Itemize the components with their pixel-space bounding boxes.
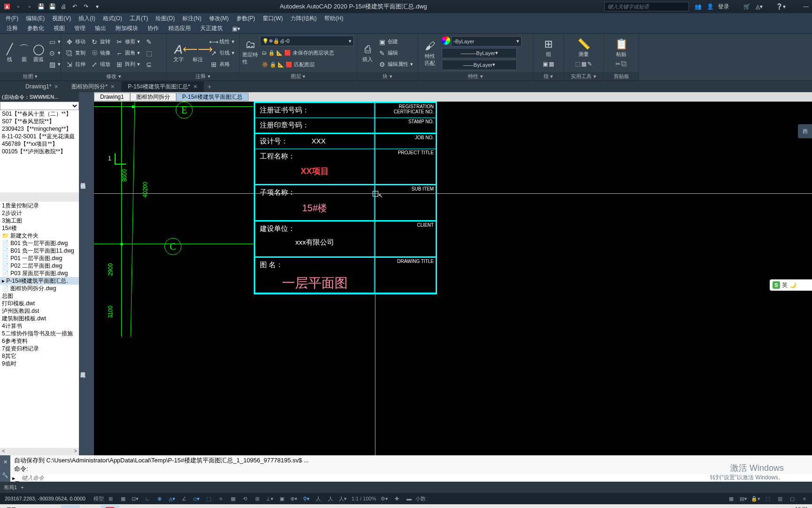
clock[interactable]: 16:31 2023/5/ (793, 506, 810, 508)
plot-icon[interactable]: 🖨 (58, 1, 69, 12)
mirror-button[interactable]: ⦾镜像 (89, 48, 112, 58)
viewcube[interactable]: 西 (798, 124, 812, 138)
paste-button[interactable]: 📋粘贴 (613, 36, 630, 59)
createblock-button[interactable]: ▣创建 (376, 37, 415, 47)
tab-play-icon[interactable]: ▣▾ (227, 24, 245, 33)
polar-icon[interactable]: ⊕ (154, 494, 165, 503)
list-item[interactable]: 2309423【**mingcheng**】 (0, 125, 79, 133)
group-ico3[interactable]: ▦ (549, 61, 554, 67)
drawing-canvas[interactable]: 1 E C 8000 2900 3100 40200 ↖ 注册证书号码：REGI… (94, 102, 812, 455)
doctab-frame[interactable]: 图框协同拆分*✕ (65, 81, 121, 92)
editblock-button[interactable]: ✎编辑 (376, 48, 415, 58)
gizmo-icon[interactable]: ⊕▾ (289, 494, 300, 503)
offset-button[interactable]: ⊆ (143, 59, 155, 70)
ws-icon[interactable]: ✚ (391, 494, 402, 503)
start-button[interactable] (2, 505, 21, 508)
isoplane-icon[interactable]: ◬▾ (166, 494, 178, 503)
trim-button[interactable]: ✂修剪▾ (114, 37, 142, 47)
color-combo[interactable]: ▫ ByLayer▾ (451, 36, 522, 47)
iso-icon[interactable]: ⬚ (762, 494, 773, 503)
lock-icon[interactable]: 🔒▾ (750, 494, 761, 503)
layout1-tab[interactable]: 布局1 (4, 484, 17, 491)
stretch-button[interactable]: ⇲拉伸 (64, 59, 87, 70)
sheet-icon[interactable]: ▤▾ (738, 494, 749, 503)
layout-add-icon[interactable]: + (21, 484, 23, 490)
rotate-button[interactable]: ↻旋转 (89, 37, 112, 47)
dynucs-icon[interactable]: ⊥▾ (264, 494, 275, 503)
move-button[interactable]: ✥移动 (64, 37, 87, 47)
cart-icon[interactable]: 🛒 (742, 2, 751, 11)
panel-layer-label[interactable]: 图层 ▾ (240, 72, 357, 80)
lwt-icon[interactable]: ≡ (215, 494, 226, 503)
otrack-icon[interactable]: ∠ (179, 494, 190, 503)
explode-button[interactable]: ⬚ (143, 48, 155, 58)
layer-combo[interactable]: 💡❄🔒🖨▫ 0▾ (260, 36, 354, 46)
qat-menu-icon[interactable]: ▾ (92, 1, 102, 12)
util-ico2[interactable]: ▦ (581, 61, 586, 67)
annovis[interactable]: 人 (325, 494, 336, 503)
list-item[interactable]: S07【**春风里院**】 (0, 118, 79, 125)
menu-modify[interactable]: 修改(M) (205, 13, 233, 24)
system-tray[interactable]: ^ 🖧 🔊 英 🌙 16:31 2023/5/ (753, 506, 810, 508)
linear-button[interactable]: ⟷线性▾ (208, 37, 236, 47)
menu-draw[interactable]: 绘图(D) (152, 13, 179, 24)
snap2-icon[interactable]: ⊡▾ (130, 494, 141, 503)
clean-icon[interactable]: ▢ (787, 494, 798, 503)
ime-indicator[interactable]: S 英 🌙 (770, 279, 812, 291)
custom-icon[interactable]: ≡ (799, 494, 810, 503)
qp-icon[interactable]: ⚲▾ (301, 494, 312, 503)
panel-modify-label[interactable]: 修改 ▾ (61, 72, 166, 80)
matchprops-button[interactable]: 🖌特性 匹配 (421, 37, 439, 70)
gear-icon[interactable]: ⚙▾ (379, 494, 390, 503)
tree-item[interactable]: 1质量控制记录 (0, 202, 79, 209)
tree-item[interactable]: 4计算书 (0, 322, 79, 330)
erase-button[interactable]: ✎ (143, 37, 155, 47)
annoauto[interactable]: 人▾ (337, 494, 349, 503)
tree-item[interactable]: 📄 图框协同拆分.dwg (0, 285, 79, 292)
tree-item[interactable]: 15#楼 (0, 224, 79, 232)
tab-output[interactable]: 输出 (90, 24, 111, 33)
hatch-button[interactable]: ▨▾ (47, 59, 62, 70)
dyn-icon[interactable]: ⊞ (252, 494, 263, 503)
menu-window[interactable]: 窗口(W) (259, 13, 287, 24)
tree-item[interactable]: 6参考资料 (0, 337, 79, 345)
transp-icon[interactable]: ▦ (227, 494, 239, 503)
group-ico2[interactable]: ▣ (543, 61, 548, 67)
arc-button[interactable]: ⊙▾ (47, 48, 62, 58)
login-button[interactable]: 登录 (718, 3, 729, 11)
autocad-taskbar-icon[interactable] (101, 505, 119, 508)
tree-item[interactable]: 📄 B01 负一层平面图11.dwg (0, 247, 79, 254)
tree-item[interactable]: 泸州医教园.dst (0, 307, 79, 315)
rect-button[interactable]: ▭▾ (47, 37, 62, 47)
dim-button[interactable]: ⟵⟶标注 (189, 37, 207, 70)
array-button[interactable]: ⊞阵列▾ (114, 59, 142, 70)
browser-icon[interactable]: ◎ (81, 505, 100, 508)
panel-block-label[interactable]: 块 ▾ (357, 72, 418, 80)
close-icon[interactable]: ✕ (110, 84, 115, 90)
copy-icon2[interactable]: ⿻ (621, 61, 627, 67)
undo-icon[interactable]: ↶ (70, 1, 80, 12)
line-button[interactable]: ╱线 (3, 37, 16, 70)
tree-item[interactable]: 打印模板.dwt (0, 300, 79, 307)
copy-button[interactable]: ⿻复制 (64, 48, 87, 58)
measure-button[interactable]: 📏测量 (575, 36, 592, 59)
menu-dim[interactable]: 标注(N) (179, 13, 205, 24)
leader-button[interactable]: ↗引线▾ (208, 48, 236, 58)
sel-icon[interactable]: ▣ (276, 494, 288, 503)
tree-item[interactable]: ▸ P-15#楼建筑平面图汇总. (0, 277, 79, 285)
palette-tab-2[interactable]: 效率工具与设置 (79, 281, 86, 455)
layerstate-button[interactable]: 🗂 🔒 📐 🟥 未保存的图层状态 (260, 48, 354, 58)
tab-collab[interactable]: 协作 (143, 24, 164, 33)
tree-item[interactable]: 📄 P03 屋面层平面图.dwg (0, 270, 79, 277)
file-tree[interactable]: 1质量控制记录2步设计3施工图 15#楼 📁 新建文件夹 📄 B01 负一层平面… (0, 202, 79, 448)
list-item[interactable]: 8-11-02-S001【**蓝光花满庭 (0, 133, 79, 140)
menu-view[interactable]: 视图(V) (48, 13, 75, 24)
fillet-button[interactable]: ⌐圆角▾ (114, 48, 142, 58)
panel-util-label[interactable]: 实用工具 ▾ (564, 72, 603, 80)
tree-item[interactable]: 建筑制图模板.dwt (0, 315, 79, 322)
monitor-icon[interactable]: ▬ (403, 494, 414, 503)
menu-format[interactable]: 格式(O) (99, 13, 126, 24)
tree-item[interactable]: 8其它 (0, 352, 79, 360)
tree-item[interactable]: 5二维协作指导书及统一措施 (0, 330, 79, 337)
tree-item[interactable]: 📄 B01 负一层平面图.dwg (0, 239, 79, 247)
